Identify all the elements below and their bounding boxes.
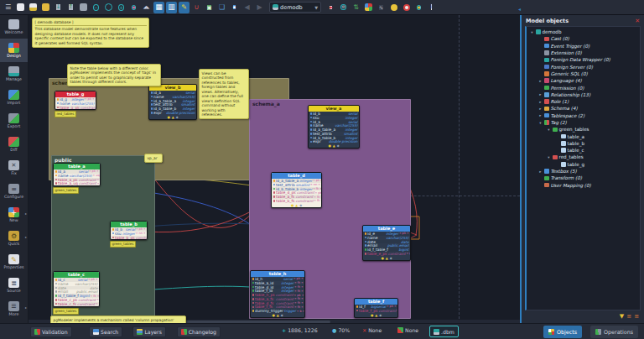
note-demodb[interactable]: [ demodb database ]This database model d… — [32, 18, 149, 48]
sidebar-item-source[interactable]: ≣Source — [0, 274, 28, 297]
tree-item-schema[interactable]: ▸Schema (4) — [527, 105, 640, 112]
sponsor-icon[interactable]: ● — [413, 2, 424, 13]
swap-ids-icon[interactable]: ⇅ — [351, 2, 361, 13]
statusbar-tab-layers[interactable]: Layers — [132, 326, 165, 337]
model-selector-dropdown[interactable]: demodb▼ — [269, 2, 321, 13]
tree-item-tablespace[interactable]: ▸Tablespace (2) — [527, 112, 640, 119]
tree-item-event-trigger[interactable]: Event Trigger (0) — [527, 43, 640, 50]
table-table_a[interactable]: table_aid_aserial« pk »namevarchar(255)«… — [53, 163, 101, 186]
note-small[interactable]: vp_ar — [144, 154, 163, 163]
sidebar-item-export[interactable]: Export — [0, 109, 28, 133]
sidebar-item-diff[interactable]: Diff — [0, 133, 28, 156]
zoom-original-icon[interactable] — [103, 2, 114, 13]
objects-list-icon[interactable]: ≡ — [626, 314, 631, 320]
objects-list-alt-icon[interactable]: ≡ — [634, 314, 639, 320]
export-model-icon[interactable]: ↑ — [65, 2, 76, 13]
tree-item-transform[interactable]: Transform (0) — [527, 175, 640, 181]
comments-icon[interactable]: ▪ — [229, 2, 240, 13]
tree-item-red-tables[interactable]: ▾red_tables — [527, 154, 640, 160]
tag-label-green_tables[interactable]: green_tables — [53, 187, 79, 194]
zoom-in-icon[interactable]: + — [116, 2, 127, 13]
statusbar-tab-changelog[interactable]: Changelog — [177, 326, 221, 337]
sidebar-item-configure[interactable]: ≡Configure — [0, 180, 28, 203]
magnet-tool-icon[interactable]: ∪ — [191, 2, 202, 13]
note-tags[interactable]: Note the table below with a different co… — [67, 64, 161, 86]
tree-expand-icon[interactable]: ▾ — [530, 30, 534, 34]
statusbar-tab-search[interactable]: Search — [89, 326, 122, 337]
grid-toggle-icon[interactable]: ▦ — [153, 2, 164, 13]
note-views[interactable]: Views can be constructed from references… — [199, 69, 249, 119]
plugins-icon[interactable] — [363, 2, 374, 13]
magnifier-icon[interactable]: ● — [128, 2, 139, 13]
panel-collapse-icon[interactable]: ◂ — [518, 6, 521, 12]
arrange-tool-icon[interactable]: ❏ — [216, 2, 227, 13]
tree-expand-icon[interactable]: ▸ — [538, 170, 543, 174]
save-model-icon[interactable] — [28, 2, 39, 13]
sidebar-item-fix[interactable]: ✕Fix — [0, 156, 28, 180]
column-row[interactable]: table_c_fkconstraint« fk » — [54, 302, 99, 306]
tree-expand-icon[interactable]: ▾ — [547, 155, 551, 159]
table-table_e[interactable]: table_eid_einteger« pk »namevarchar(255)… — [362, 225, 411, 261]
tree-item-relationship[interactable]: ▸Relationship (13) — [527, 91, 640, 98]
tag-label-green_tables[interactable]: green_tables — [110, 241, 136, 248]
nav-back-icon[interactable]: ◀ — [242, 2, 252, 13]
tree-item-table-c[interactable]: table_c — [527, 147, 640, 154]
tree-item-language[interactable]: ▸Language (4) — [527, 77, 640, 84]
open-model-icon[interactable] — [40, 2, 51, 13]
support-icon[interactable] — [401, 2, 412, 13]
tree-item-cast[interactable]: Cast (0) — [527, 35, 640, 42]
panel-tab-operations[interactable]: Operations — [590, 326, 638, 338]
tree-item-demodb[interactable]: ▾demodb — [527, 29, 640, 35]
table-table_d[interactable]: table_did_a_table_ainteger« pk fk »test_… — [271, 172, 322, 208]
tag-label-red_tables[interactable]: red_tables — [55, 111, 76, 117]
column-row[interactable]: table_b_pkconstraint« pk » — [111, 236, 147, 240]
table-table_b[interactable]: table_bid_bserial« pk »skuinteger« nn »t… — [110, 221, 148, 240]
symmetry-icon[interactable]: ◢◣ — [141, 2, 152, 13]
new-model-icon[interactable] — [15, 2, 26, 13]
tree-item-extension[interactable]: Extension (0) — [527, 50, 640, 56]
table-table_g[interactable]: table_gid_ginteger« pk »nomevarchar(255)… — [55, 91, 96, 110]
tree-item-textbox[interactable]: ▸Textbox (5) — [527, 168, 640, 175]
tree-item-tag[interactable]: ▾Tag (2) — [527, 119, 640, 126]
tree-item-foreign-data-wrapper[interactable]: Foreign Data Wrapper (0) — [527, 56, 640, 63]
tree-expand-icon[interactable]: ▸ — [538, 92, 543, 96]
tree-item-table-b[interactable]: table_b — [527, 140, 640, 147]
tree-expand-icon[interactable]: ▾ — [547, 128, 551, 132]
filter-icon[interactable]: ▼ — [620, 314, 624, 320]
tree-item-green-tables[interactable]: ▾green_tables — [527, 126, 640, 133]
tree-expand-icon[interactable]: ▸ — [538, 79, 543, 83]
donate-icon[interactable] — [388, 2, 399, 13]
tree-expand-icon[interactable]: ▾ — [538, 121, 543, 125]
tag-label-green_tables[interactable]: green_tables — [53, 308, 79, 315]
plugin-connector-icon[interactable]: ∿ — [376, 2, 387, 13]
sidebar-item-new[interactable]: +New▸ — [0, 203, 28, 227]
table-view_b[interactable]: view_bid_aserialnamevarchar(255)id_a_tab… — [148, 84, 197, 120]
tree-expand-icon[interactable]: ▸ — [538, 100, 543, 104]
file-type-badge[interactable]: .dbm — [429, 326, 459, 337]
close-icon[interactable]: ✕ — [635, 18, 640, 24]
table-table_c[interactable]: table_cid_cserial« pk »namevarchar(255)d… — [53, 271, 100, 307]
sidebar-item-quick[interactable]: ⚙Quick▸ — [0, 227, 28, 250]
zoom-out-icon[interactable]: − — [91, 2, 101, 13]
sidebar-item-manage[interactable]: Manage — [0, 62, 28, 86]
relationship-indicator[interactable]: ✕ None — [362, 327, 382, 333]
tree-item-role[interactable]: ▸Role (1) — [527, 98, 640, 105]
table-table_h[interactable]: table_hid_hserial« pk »table_a_idinteger… — [250, 270, 305, 318]
tree-item-generic-sql[interactable]: Generic SQL (0) — [527, 70, 640, 77]
tree-expand-icon[interactable]: ▸ — [538, 113, 543, 117]
sidebar-item-welcome[interactable]: Welcome — [0, 15, 28, 39]
model-canvas[interactable]: schema_bpublicschema_atable_gid_ginteger… — [29, 15, 520, 323]
import-model-icon[interactable]: ↓ — [53, 2, 64, 13]
menu-icon[interactable]: ☰ — [3, 2, 13, 13]
tree-item-table-a[interactable]: table_a — [527, 133, 640, 139]
layer-indicator[interactable]: None — [397, 327, 418, 333]
tree-expand-icon[interactable]: ▸ — [538, 107, 543, 111]
column-row[interactable]: table_a_uqconstraint« uq » — [54, 181, 100, 185]
sidebar-item-design[interactable]: Design — [0, 39, 28, 62]
print-model-icon[interactable] — [78, 2, 89, 13]
about-icon[interactable]: i — [426, 2, 437, 13]
table-table_f[interactable]: table_fid_fbigserial« pk »table_f_pkcons… — [354, 298, 398, 318]
table-view_a[interactable]: view_aid_bserialskuintegerid_aserialname… — [308, 105, 360, 149]
sidebar-item-import[interactable]: Import — [0, 86, 28, 109]
nav-forward-icon[interactable]: ▶ — [254, 2, 265, 13]
